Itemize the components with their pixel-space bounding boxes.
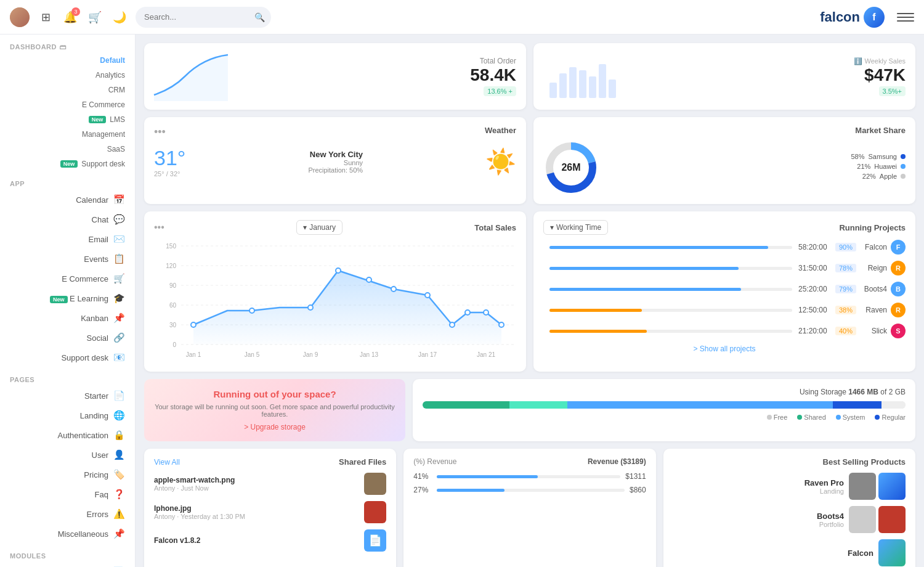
month-select[interactable]: ▾ January xyxy=(296,220,342,235)
best-raven-sub: Landing xyxy=(673,487,844,495)
grid-icon[interactable]: ⊞ xyxy=(37,9,54,26)
working-time-label: Working Time xyxy=(556,223,601,232)
search-input[interactable] xyxy=(136,7,271,28)
project-row-falcon: 58:20:00 90% Falcon F xyxy=(543,240,906,255)
sidebar-item-ecommerce-app[interactable]: E Commerce 🛒 xyxy=(0,269,135,288)
sidebar-item-crm[interactable]: CRM xyxy=(0,83,135,97)
cart-icon[interactable]: 🛒 xyxy=(86,9,103,26)
sidebar-item-ecommerce[interactable]: E Commerce xyxy=(0,97,135,112)
weather-dots[interactable]: ••• xyxy=(154,126,166,139)
row-files-revenue: View All Shared Files apple-smart-watch.… xyxy=(144,449,915,567)
weekly-sales-label: Weekly Sales xyxy=(865,57,906,65)
sidebar-item-user[interactable]: User 👤 xyxy=(0,445,135,465)
legend-apple-dot xyxy=(901,174,906,179)
raven-tag: Raven R xyxy=(856,303,906,317)
sidebar-item-misc[interactable]: Miscellaneous 📌 xyxy=(0,524,135,544)
project-row-reign: 31:50:00 78% Reign R xyxy=(543,261,906,275)
working-time-header: ▾ Working Time Running Projects xyxy=(543,220,906,235)
boots4-name: Boots4 xyxy=(856,285,887,293)
upgrade-storage-link[interactable]: > Upgrade storage xyxy=(154,423,395,431)
best-boots4-thumb1 xyxy=(849,506,876,533)
chevron-down-icon: ▾ xyxy=(303,223,307,232)
storage-legend: Free Shared System Regular xyxy=(423,414,906,421)
rev-pct-1: 41% xyxy=(413,472,432,481)
hamburger-menu[interactable] xyxy=(897,9,914,26)
auth-icon: 🔒 xyxy=(113,430,125,441)
sidebar-item-email[interactable]: Email ✉️ xyxy=(0,229,135,249)
sidebar-item-supportdesk[interactable]: Support desk 📧 xyxy=(0,348,135,367)
falcon-time: 58:20:00 xyxy=(798,243,835,251)
svg-text:150: 150 xyxy=(166,243,176,250)
sidebar-item-default[interactable]: Default xyxy=(0,53,135,68)
file-falcon-thumb: 📄 xyxy=(364,529,386,552)
storage-shared-seg xyxy=(509,401,567,409)
svg-text:Jan 9: Jan 9 xyxy=(303,351,318,358)
show-all-projects[interactable]: > Show all projects xyxy=(543,345,906,353)
sidebar-item-forms[interactable]: Forms 📝 xyxy=(0,562,135,567)
sales-chart-card: ••• ▾ January Total Sales xyxy=(144,211,526,372)
files-title: Shared Files xyxy=(339,457,386,467)
svg-text:Jan 5: Jan 5 xyxy=(245,351,260,358)
sidebar-item-chat[interactable]: Chat 💬 xyxy=(0,210,135,229)
reign-bar-wrap xyxy=(549,267,792,270)
sidebar-item-kanban[interactable]: Kanban 📌 xyxy=(0,308,135,328)
sidebar-item-events[interactable]: Events 📋 xyxy=(0,249,135,269)
best-raven-thumb1 xyxy=(849,473,876,500)
reign-name: Reign xyxy=(856,264,887,272)
sidebar-item-lms[interactable]: New LMS xyxy=(0,112,135,127)
sidebar-item-elearning[interactable]: New E Learning 🎓 xyxy=(0,288,135,308)
sidebar-item-errors[interactable]: Errors ⚠️ xyxy=(0,504,135,524)
row-storage: Running out of your space? Your storage … xyxy=(144,379,915,441)
svg-text:Jan 13: Jan 13 xyxy=(360,351,378,358)
moon-icon[interactable]: 🌙 xyxy=(111,9,128,26)
sidebar-item-calendar[interactable]: Calendar 📅 xyxy=(0,190,135,210)
sidebar-item-saas[interactable]: SaaS xyxy=(0,142,135,157)
svg-rect-5 xyxy=(599,64,606,98)
sidebar-item-support[interactable]: New Support desk xyxy=(0,157,135,171)
total-order-badge: 13.6% + xyxy=(484,86,516,96)
legend-apple: 22% Apple xyxy=(609,173,906,180)
sales-chart-title: Total Sales xyxy=(474,223,516,232)
working-time-select[interactable]: ▾ Working Time xyxy=(543,220,608,235)
best-boots4-sub: Portfolio xyxy=(673,521,844,528)
email-icon: ✉️ xyxy=(113,234,125,245)
weekly-sales-card: ℹ️ Weekly Sales $47K 3.5%+ xyxy=(533,43,915,110)
svg-rect-1 xyxy=(559,73,567,98)
sidebar-item-faq[interactable]: Faq ❓ xyxy=(0,484,135,504)
weather-range: 25° / 32° xyxy=(154,170,185,177)
sidebar-item-analytics[interactable]: Analytics xyxy=(0,68,135,83)
sales-dots[interactable]: ••• xyxy=(154,222,164,233)
market-center-value: 26M xyxy=(561,162,580,173)
slick-name: Slick xyxy=(856,327,887,335)
sidebar-item-management[interactable]: Management xyxy=(0,127,135,142)
svg-rect-0 xyxy=(549,83,557,98)
revenue-row-2: 27% $860 xyxy=(413,486,646,494)
storage-used: 1466 MB xyxy=(848,388,878,396)
falcon-bar xyxy=(549,246,768,249)
total-order-label: Total Order xyxy=(470,57,516,65)
row-charts: ••• ▾ January Total Sales xyxy=(144,211,915,372)
sun-icon: ☀️ xyxy=(485,147,516,176)
kanban-icon: 📌 xyxy=(113,312,125,324)
svg-point-34 xyxy=(425,293,430,298)
sidebar-item-authentication[interactable]: Authentication 🔒 xyxy=(0,425,135,445)
total-order-value: 58.4K xyxy=(470,65,516,85)
notification-badge: 3 xyxy=(71,7,80,16)
weather-card: ••• Weather 31° 25° / 32° New York City … xyxy=(144,117,526,204)
raven-pct: 38% xyxy=(835,306,856,314)
calendar-icon: 📅 xyxy=(113,194,125,205)
view-all-link[interactable]: View All xyxy=(154,458,180,467)
sidebar-item-starter[interactable]: Starter 📄 xyxy=(0,386,135,406)
svg-text:120: 120 xyxy=(166,263,176,269)
sidebar-item-landing[interactable]: Landing 🌐 xyxy=(0,406,135,425)
avatar[interactable] xyxy=(10,7,30,27)
sidebar-item-pricing[interactable]: Pricing 🏷️ xyxy=(0,465,135,484)
weather-temp: 31° xyxy=(154,146,185,170)
falcon-tag: Falcon F xyxy=(856,240,906,255)
reign-pct: 78% xyxy=(835,264,856,272)
market-legend: 58% Samsung 21% Huawei 22% Apple xyxy=(609,153,906,182)
bell-icon[interactable]: 🔔3 xyxy=(62,9,79,26)
weekly-sales-badge: 3.5%+ xyxy=(879,86,906,96)
sidebar-item-social[interactable]: Social 🔗 xyxy=(0,328,135,348)
reign-avatar: R xyxy=(891,261,906,275)
